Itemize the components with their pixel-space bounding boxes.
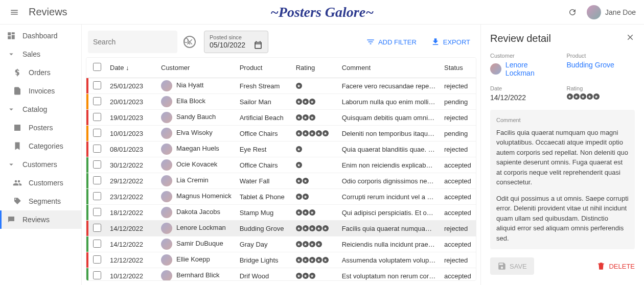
sidebar-item-invoices[interactable]: Invoices: [0, 82, 81, 100]
row-checkbox-cell: [88, 78, 106, 94]
sidebar-item-categories[interactable]: Categories: [0, 137, 81, 155]
table-row[interactable]: 23/12/2022Magnus HomenickTablet & Phone★…: [86, 189, 476, 205]
row-checkbox[interactable]: [93, 224, 101, 232]
table-row[interactable]: 08/01/2023Maegan HuelsEye Rest★Quia quae…: [86, 141, 476, 157]
column-header-product[interactable]: Product: [236, 58, 292, 78]
row-checkbox[interactable]: [93, 145, 101, 153]
row-rating: ★: [292, 141, 338, 157]
star-icon: ★: [303, 273, 309, 279]
row-checkbox[interactable]: [93, 81, 101, 89]
row-status: pending: [440, 94, 476, 110]
star-icon: ★: [309, 130, 315, 136]
star-icon: ★: [309, 241, 315, 247]
dollar-icon: [12, 67, 22, 78]
sidebar-item-sales[interactable]: Sales: [0, 45, 81, 63]
row-customer: Ella Block: [157, 94, 236, 110]
menu-button[interactable]: [8, 6, 20, 18]
sidebar-item-reviews[interactable]: Reviews: [0, 210, 81, 229]
search-icon: [182, 37, 192, 48]
star-icon: ★: [316, 225, 322, 231]
row-product: Water Fall: [236, 173, 292, 189]
row-rating: ★: [292, 157, 338, 173]
row-checkbox[interactable]: [93, 97, 101, 105]
table-toolbar: Posted since 05/10/2022 ADD FILTER EXPOR…: [86, 29, 476, 57]
row-customer: Magnus Homenick: [157, 189, 236, 205]
star-icon: ★: [567, 93, 573, 100]
detail-customer-avatar: [490, 63, 501, 75]
row-rating: ★★: [292, 189, 338, 205]
table-row[interactable]: 19/01/2023Sandy BauchArtificial Beach★★★…: [86, 110, 476, 126]
row-customer: Lia Cremin: [157, 173, 236, 189]
add-filter-button[interactable]: ADD FILTER: [362, 34, 421, 50]
row-checkbox[interactable]: [93, 192, 101, 200]
row-checkbox[interactable]: [93, 271, 101, 279]
chevron-icon: [6, 159, 16, 170]
people-icon: [12, 178, 22, 188]
detail-customer-link[interactable]: Lenore Lockman: [490, 61, 559, 77]
sidebar-item-dashboard[interactable]: Dashboard: [0, 27, 81, 45]
row-date: 10/01/2023: [106, 126, 157, 141]
column-header-customer[interactable]: Customer: [157, 58, 236, 78]
star-icon: ★: [296, 273, 302, 279]
row-customer: Samir DuBuque: [157, 236, 236, 252]
detail-product-link[interactable]: Budding Grove: [567, 61, 635, 69]
row-checkbox-cell: [88, 268, 106, 281]
sidebar-item-posters[interactable]: Posters: [0, 118, 81, 137]
sidebar-item-segments[interactable]: Segments: [0, 192, 81, 210]
table-row[interactable]: 25/01/2023Nia HyattFresh Stream★Facere v…: [86, 78, 476, 94]
table-row[interactable]: 30/12/2022Ocie KovacekOffice Chairs★Enim…: [86, 157, 476, 173]
search-input[interactable]: [93, 38, 182, 46]
row-checkbox[interactable]: [93, 176, 101, 184]
rating-stars: ★: [296, 146, 334, 152]
column-header-comment[interactable]: Comment: [338, 58, 440, 78]
table-row[interactable]: 10/01/2023Elva WisokyOffice Chairs★★★★★D…: [86, 126, 476, 141]
sidebar-item-customers[interactable]: Customers: [0, 174, 81, 192]
row-product: Office Chairs: [236, 126, 292, 141]
row-status: accepted: [440, 157, 476, 173]
table-row[interactable]: 14/12/2022Samir DuBuqueGray Day★★★★Reici…: [86, 236, 476, 252]
filter-icon: [366, 37, 375, 46]
table-row[interactable]: 18/12/2022Dakota JacobsStamp Mug★★★Qui a…: [86, 205, 476, 221]
add-filter-label: ADD FILTER: [378, 38, 417, 46]
row-comment: Enim non reiciendis explicabo expl…: [338, 157, 440, 173]
row-checkbox[interactable]: [93, 255, 101, 264]
sidebar-item-customers[interactable]: Customers: [0, 155, 81, 174]
detail-comment-p1: Facilis quia quaerat numquam quo magni v…: [496, 128, 629, 187]
row-checkbox[interactable]: [93, 160, 101, 169]
row-checkbox-cell: [88, 126, 106, 141]
row-rating: ★★★★: [292, 236, 338, 252]
sidebar-item-orders[interactable]: Orders: [0, 63, 81, 82]
row-checkbox[interactable]: [93, 129, 101, 137]
select-all-header[interactable]: [88, 58, 106, 78]
table-row[interactable]: 29/12/2022Lia CreminWater Fall★★Odio cor…: [86, 173, 476, 189]
star-icon: ★: [296, 178, 302, 184]
table-row[interactable]: 20/01/2023Ella BlockSailor Man★★★Laborum…: [86, 94, 476, 110]
user-menu[interactable]: Jane Doe: [587, 5, 636, 19]
rating-stars: ★★★: [296, 209, 334, 216]
column-header-date[interactable]: Date ↓: [106, 58, 157, 78]
select-all-checkbox[interactable]: [93, 63, 101, 71]
table-row[interactable]: 14/12/2022Lenore LockmanBudding Grove★★★…: [86, 221, 476, 236]
row-comment: Deleniti non temporibus itaque. Re…: [338, 126, 440, 141]
column-header-rating[interactable]: Rating: [292, 58, 338, 78]
rating-stars: ★★★★★: [296, 257, 334, 263]
close-detail-button[interactable]: [626, 33, 635, 44]
row-checkbox[interactable]: [93, 240, 101, 248]
invoice-icon: [12, 86, 22, 96]
column-header-status[interactable]: Status: [440, 58, 476, 78]
row-product: Fresh Stream: [236, 78, 292, 94]
export-button[interactable]: EXPORT: [427, 34, 474, 50]
sidebar-item-catalog[interactable]: Catalog: [0, 100, 81, 118]
refresh-button[interactable]: [566, 6, 579, 18]
sidebar-item-label: Dashboard: [22, 32, 58, 40]
posted-since-filter[interactable]: Posted since 05/10/2022: [204, 31, 268, 53]
customer-avatar: [161, 254, 172, 266]
row-checkbox[interactable]: [93, 113, 101, 121]
delete-button[interactable]: DELETE: [596, 257, 635, 275]
table-row[interactable]: 10/12/2022Bernhard BlickDrif Wood★★★Est …: [86, 268, 476, 281]
reviews-table-wrap[interactable]: Date ↓CustomerProductRatingCommentStatus…: [86, 57, 476, 281]
row-rating: ★: [292, 78, 338, 94]
star-icon: ★: [593, 93, 600, 100]
row-checkbox[interactable]: [93, 208, 101, 216]
table-row[interactable]: 12/12/2022Ellie KoeppBridge Lights★★★★★A…: [86, 252, 476, 268]
